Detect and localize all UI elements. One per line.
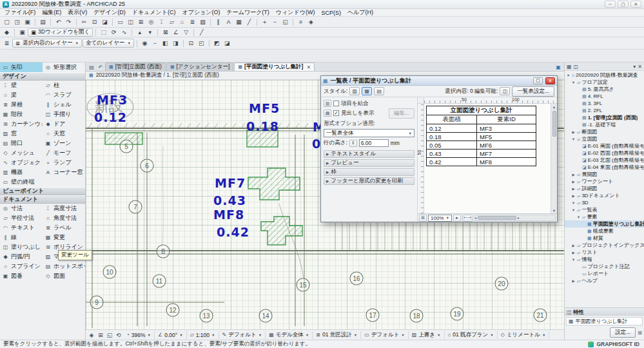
tool-curtain-wall[interactable]: ⊞カーテンウォール (0, 119, 43, 129)
tool-window[interactable]: ▨窓 (0, 129, 43, 139)
close-button[interactable]: ✕ (630, 1, 641, 8)
paste-icon[interactable]: ◪ (100, 18, 110, 26)
tool-hotspot[interactable]: ▤ホットスポット (43, 262, 85, 271)
merge-items-checkbox[interactable] (333, 101, 339, 106)
tab-elevation-west[interactable]: ▦[管理]立面図 (西面) (105, 63, 166, 71)
graphisoft-id[interactable]: GRAPHISOFT ID (588, 341, 639, 347)
tree-item[interactable]: ▶▱展開図 (565, 171, 644, 178)
working-units-control[interactable]: ◇ミリメートル▼ (498, 331, 550, 339)
zoom-in-icon[interactable]: ＋ (260, 18, 269, 26)
fit-view-icon[interactable]: ◱ (280, 18, 290, 26)
tree-item[interactable]: ▤-1. 基礎下端 (565, 121, 644, 128)
tree-item[interactable]: ▶▱リスト (565, 249, 644, 256)
section-テキストスタイル[interactable]: ▶テキストスタイル (324, 150, 415, 158)
tool-angle-dimension[interactable]: ⌂角度寸法 (43, 213, 85, 223)
tab-fill-schedule[interactable]: ▦[平面図塗りつぶし集計]✕ (234, 63, 315, 71)
save-icon[interactable]: ▣ (23, 18, 32, 26)
text-icon[interactable]: A (224, 18, 233, 26)
minimize-button[interactable]: ─ (605, 1, 616, 8)
schedule-cell[interactable]: MF7 (477, 150, 536, 158)
tool-line[interactable]: ∥線 (0, 233, 43, 242)
schedule-cell[interactable]: MF6 (477, 141, 536, 150)
tab-overview-icon[interactable]: ▤ (87, 63, 96, 71)
tree-item[interactable]: ▦材質 (565, 235, 644, 242)
scroll-up-icon[interactable]: ▲ (552, 104, 556, 110)
grid-icon[interactable]: ⊞ (638, 330, 642, 336)
new-icon[interactable]: ▢ (2, 18, 12, 26)
chevron-down-icon[interactable]: ▼ (571, 201, 576, 205)
show-headline-checkbox[interactable]: ✓ (333, 110, 339, 116)
show-3d-icon[interactable]: ▣ (17, 28, 27, 37)
style-list-view-icon[interactable]: ▥ (349, 87, 360, 95)
bring-front-icon[interactable]: ◩ (212, 39, 222, 48)
tool-railing[interactable]: ◫手摺り (43, 110, 85, 119)
tree-item[interactable]: ▶▱ヘルプ (565, 277, 644, 284)
tool-wall[interactable]: ⌶壁 (0, 81, 43, 90)
schedule-cell[interactable]: 0.42 (427, 158, 477, 166)
chevron-right-icon[interactable]: ▶ (571, 187, 576, 191)
dialog-title-bar[interactable]: ▦ 一覧表 / 平面図塗りつぶし集計 ▢ ✕ (321, 76, 557, 86)
tab-navigate-icon[interactable]: ↶ (96, 63, 105, 71)
tool-change[interactable]: ▦変更 (43, 233, 85, 242)
chevron-right-icon[interactable]: ▶ (571, 194, 576, 198)
preview-zoom-select[interactable]: 100% ▼ (428, 215, 452, 222)
zoom-out-icon[interactable]: − (270, 18, 280, 26)
tree-item[interactable]: ▦構成要素 (565, 227, 644, 235)
fill-icon[interactable]: ▦ (234, 18, 244, 26)
tree-item[interactable]: ▭プロジェクト注記 (565, 263, 644, 270)
beam-icon[interactable]: ⌶ (157, 18, 166, 26)
tree-item[interactable]: ▼▱一覧表 (565, 206, 644, 213)
menu-options[interactable]: オプション(O) (179, 8, 223, 17)
tool-equipment[interactable]: ▥機器 (0, 168, 43, 177)
pan-hand-icon[interactable]: ⊞ (96, 331, 105, 339)
column-icon[interactable]: ◎ (146, 18, 156, 26)
tree-item[interactable]: ▶▱プロジェクトインデックス (565, 242, 644, 249)
schedule-row[interactable]: 0.42MF8 (427, 158, 536, 166)
dimension-style-control[interactable]: ▭デフォルト▼ (361, 331, 409, 339)
quick-layers-icon[interactable]: ≣ (2, 39, 12, 48)
tool-roof[interactable]: ≣屋根 (0, 100, 43, 110)
chevron-down-icon[interactable]: ▼ (571, 208, 576, 212)
menu-design[interactable]: デザイン(D) (90, 8, 128, 17)
tool-mesh[interactable]: ◇メッシュ (0, 148, 43, 158)
tool-lamp[interactable]: ＋ランプ (43, 158, 85, 168)
schedule-cell[interactable]: 0.05 (427, 141, 477, 150)
tool-object[interactable]: ∿オブジェクト (0, 158, 43, 168)
door-icon[interactable]: ◫ (126, 18, 135, 26)
tree-item[interactable]: ▤5. 最高高さ (565, 86, 644, 93)
schedule-column-header[interactable]: 表面積 (427, 115, 477, 124)
tool-figure[interactable]: ▣図番 (0, 271, 43, 281)
copy-icon[interactable]: ⊡ (90, 18, 99, 26)
structure-display-control[interactable]: ▦モデル全体▼ (266, 331, 313, 339)
tool-text[interactable]: ◠テキスト (0, 223, 43, 233)
tree-item[interactable]: ▶▱ワークシート (565, 178, 644, 185)
menu-document[interactable]: ドキュメント(C) (129, 8, 179, 17)
style-header-view-icon[interactable]: ▤ (374, 87, 384, 95)
selection-layers-dropdown[interactable]: ≣ 選択内容のレイヤー ▼ (12, 39, 82, 48)
favorites-icon[interactable]: ◆ (2, 28, 12, 37)
schedule-row[interactable]: 0.12MF3 (427, 124, 536, 133)
previous-zoom-icon[interactable]: ⟲ (114, 331, 123, 339)
context-zoom-icon[interactable]: ◈ (87, 331, 96, 339)
pen-set-control[interactable]: ✎デフォルト▼ (219, 331, 266, 339)
schedule-cell[interactable]: MF3 (477, 124, 536, 133)
fit-in-window-icon[interactable]: ◱ (105, 331, 114, 339)
chevron-right-icon[interactable]: ▶ (571, 173, 576, 177)
line-icon[interactable]: ╱ (244, 18, 254, 26)
chevron-right-icon[interactable]: ▶ (571, 244, 576, 247)
layers-icon[interactable]: ≡ (296, 18, 306, 26)
tool-marquee[interactable]: ◎矩形選択 (43, 63, 85, 72)
tree-item[interactable]: ▼▱情報 (565, 256, 644, 263)
layer-unlock-icon[interactable]: ◨ (171, 39, 181, 48)
dialog-restore-button[interactable]: ▢ (533, 77, 543, 84)
fit-width-icon[interactable]: ⊢⊣ (462, 215, 473, 222)
tool-shell[interactable]: ∥シェル (43, 100, 85, 110)
open-3d-window-button[interactable]: ▣ 3Dウィンドウを開く (28, 28, 93, 37)
tool-corner-window[interactable]: Aコーナー窓 (43, 168, 85, 177)
tool-stair[interactable]: ▦階段 (0, 110, 43, 119)
open-icon[interactable]: ◳ (12, 18, 22, 26)
zone-icon[interactable]: ▨ (198, 18, 208, 26)
layer-lock-icon[interactable]: ◧ (161, 39, 170, 48)
tree-item[interactable]: ▼▱フロア設定 (565, 79, 644, 86)
format-scope-select[interactable]: 一覧表全体 ▼ (324, 129, 415, 137)
